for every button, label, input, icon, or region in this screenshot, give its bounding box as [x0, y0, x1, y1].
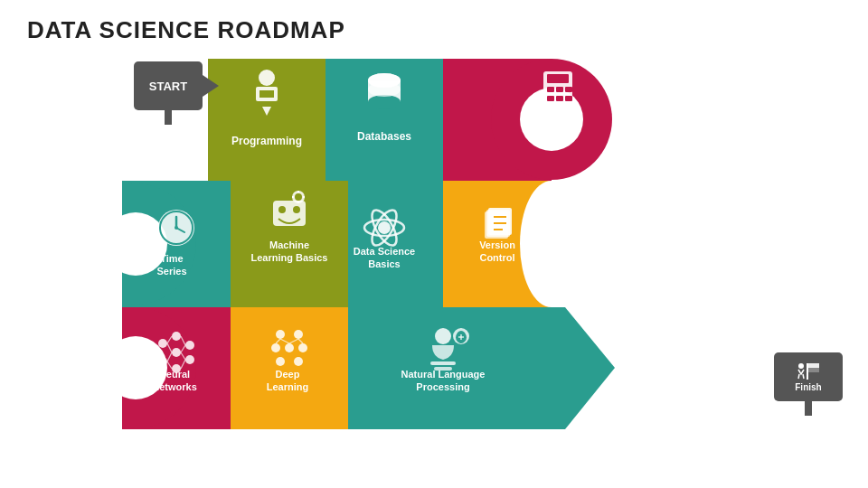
svg-text:Learning Basics: Learning Basics — [251, 252, 328, 263]
svg-point-61 — [172, 348, 181, 357]
svg-rect-1 — [808, 363, 819, 368]
svg-rect-32 — [547, 87, 554, 92]
ml-basics-label: Machine — [269, 239, 309, 250]
version-control-label: Version — [479, 239, 515, 250]
svg-rect-43 — [273, 201, 306, 226]
svg-rect-24 — [259, 90, 274, 98]
svg-text:Control: Control — [479, 252, 514, 263]
neural-label: Neural — [159, 369, 190, 380]
time-series-label: Time — [160, 253, 183, 264]
svg-point-27 — [368, 95, 401, 109]
svg-text:Basics: Basics — [368, 258, 400, 269]
svg-point-47 — [295, 193, 302, 201]
svg-rect-54 — [488, 208, 512, 235]
deep-learning-label: Deep — [276, 369, 300, 380]
svg-point-64 — [185, 355, 194, 364]
programming-label: Programming — [231, 135, 302, 147]
svg-point-77 — [298, 343, 307, 352]
svg-point-79 — [294, 357, 303, 366]
svg-text:Processing: Processing — [416, 381, 469, 392]
svg-point-22 — [259, 70, 275, 86]
svg-point-76 — [285, 343, 294, 352]
svg-point-74 — [294, 330, 303, 339]
svg-point-84 — [435, 328, 451, 344]
svg-rect-31 — [547, 74, 569, 83]
page-title: DATA SCIENCE ROADMAP — [27, 16, 345, 44]
ds-basics-label: Data Science — [354, 246, 415, 257]
svg-rect-2 — [808, 368, 819, 372]
svg-rect-37 — [565, 96, 572, 101]
finish-icon — [796, 361, 821, 381]
svg-text:Networks: Networks — [152, 381, 197, 392]
svg-point-75 — [271, 343, 280, 352]
svg-rect-0 — [807, 363, 808, 380]
finish-label: Finish — [795, 382, 821, 392]
version-control-icon — [485, 208, 512, 239]
finish-sign: Finish — [774, 352, 843, 401]
svg-point-78 — [276, 357, 285, 366]
svg-point-16 — [520, 181, 583, 307]
math-label: Math — [552, 126, 578, 138]
svg-rect-36 — [556, 96, 563, 101]
svg-point-63 — [185, 341, 194, 350]
svg-point-60 — [172, 332, 181, 341]
nlp-label: Natural Language — [401, 369, 486, 380]
svg-point-73 — [276, 330, 285, 339]
svg-point-48 — [378, 221, 391, 234]
math-icon — [543, 71, 572, 104]
start-label: START — [149, 80, 187, 93]
roadmap: Programming Databases Math Time Series M… — [122, 50, 746, 465]
start-sign: START — [134, 61, 203, 110]
svg-point-42 — [175, 226, 178, 230]
svg-point-44 — [278, 206, 286, 213]
svg-point-59 — [158, 357, 167, 366]
databases-icon — [368, 73, 401, 109]
svg-rect-85 — [430, 361, 456, 365]
svg-point-45 — [293, 206, 300, 213]
svg-rect-35 — [547, 96, 554, 101]
svg-rect-34 — [565, 87, 572, 92]
svg-point-3 — [798, 363, 804, 369]
databases-label: Databases — [357, 130, 411, 143]
svg-point-58 — [158, 339, 167, 348]
svg-text:Learning: Learning — [267, 381, 308, 392]
svg-text:Series: Series — [156, 266, 186, 277]
svg-rect-33 — [556, 87, 563, 92]
time-series-icon — [158, 210, 194, 246]
svg-point-29 — [368, 82, 401, 97]
